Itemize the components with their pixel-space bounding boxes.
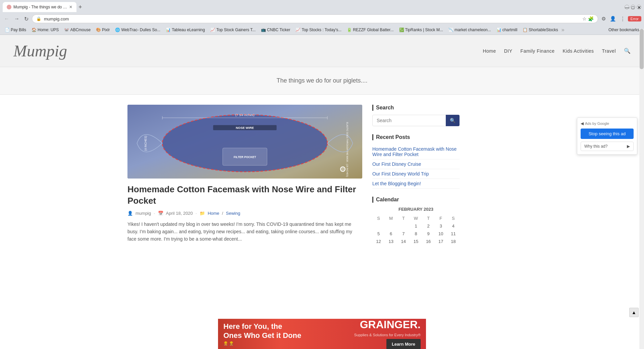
- calendar-row-3: 12 13 14 15 16 17 18: [372, 238, 460, 245]
- cal-day-6[interactable]: 6: [385, 230, 397, 238]
- bookmark-rezzf[interactable]: 🔋 REZZF Global Batter...: [345, 27, 395, 33]
- bookmark-icon: 💹: [399, 28, 404, 32]
- bookmark-icon: 📉: [448, 28, 453, 32]
- browser-tab[interactable]: Mumpig - The things we do for... ✕: [3, 2, 76, 12]
- back-button[interactable]: ←: [3, 14, 11, 23]
- window-restore-button[interactable]: □: [631, 5, 635, 9]
- svg-text:(4 INCHES): (4 INCHES): [144, 136, 147, 151]
- cal-day-9[interactable]: 9: [422, 230, 435, 238]
- main-content: NOSE WIRE (7 3/4 inches) FILTER POCKET E…: [121, 95, 523, 263]
- cal-header-s2: S: [447, 214, 460, 222]
- search-submit-button[interactable]: 🔍: [446, 115, 460, 126]
- search-input-wrapper: 🔍: [372, 115, 460, 126]
- cal-day-4[interactable]: 4: [447, 222, 460, 230]
- cal-day-3[interactable]: 3: [435, 222, 447, 230]
- calendar-widget: Calendar FEBRUARY 2023 S M T W T F S: [372, 197, 460, 245]
- bookmark-webtrac[interactable]: 🌐 WebTrac- Dulles So...: [113, 27, 162, 33]
- forward-button[interactable]: →: [13, 14, 21, 23]
- nav-home[interactable]: Home: [483, 48, 496, 54]
- bookmark-label: Pixlr: [102, 28, 110, 32]
- recent-post-4[interactable]: Let the Blogging Begin!: [372, 179, 460, 189]
- bookmark-label: Home: UPS: [38, 28, 59, 32]
- address-actions: ☆ 🧩: [582, 16, 594, 21]
- more-options-button[interactable]: ⋮: [619, 14, 627, 23]
- new-tab-button[interactable]: +: [76, 4, 84, 11]
- sidebar: Search 🔍 Recent Posts Homemade Cotton Fa…: [372, 105, 460, 253]
- bookmark-star-icon[interactable]: ☆: [582, 16, 587, 21]
- calendar-widget-title: Calendar: [372, 197, 460, 203]
- bookmark-tipranks[interactable]: 💹 TipRanks | Stock M...: [397, 27, 445, 33]
- bookmark-top-stocks[interactable]: 📈 Top Stock Gainers T...: [208, 27, 258, 33]
- profile-button[interactable]: 👤: [608, 14, 618, 23]
- recent-posts-widget: Recent Posts Homemade Cotton Facemask wi…: [372, 134, 460, 189]
- cal-day-14[interactable]: 14: [397, 238, 410, 245]
- bookmark-icon: 🔋: [347, 28, 352, 32]
- bookmark-pixlr[interactable]: 🎨 Pixlr: [94, 27, 112, 33]
- bookmark-market-chameleon[interactable]: 📉 market chameleon...: [446, 27, 493, 33]
- nav-search-button[interactable]: 🔍: [624, 48, 631, 54]
- cal-day-2[interactable]: 2: [422, 222, 435, 230]
- window-close-button[interactable]: ✕: [637, 5, 641, 9]
- recent-post-2[interactable]: Our First Disney Cruise: [372, 159, 460, 169]
- article-area: NOSE WIRE (7 3/4 inches) FILTER POCKET E…: [127, 105, 362, 253]
- cal-day-17[interactable]: 17: [435, 238, 447, 245]
- cal-day-8[interactable]: 8: [410, 230, 422, 238]
- bookmark-icon: 🌐: [115, 28, 120, 32]
- cal-day-16[interactable]: 16: [422, 238, 435, 245]
- cal-day-10[interactable]: 10: [435, 230, 447, 238]
- nav-kids-activities[interactable]: Kids Activities: [563, 48, 594, 54]
- ad-banner-brand: GRAINGER. Supplies & Solutions for Every…: [354, 318, 421, 337]
- cal-day-18[interactable]: 18: [447, 238, 460, 245]
- bookmark-separator: »: [561, 27, 565, 33]
- window-minimize-button[interactable]: —: [625, 5, 629, 9]
- bookmark-pay-bills[interactable]: 📄 Pay Bills: [3, 27, 28, 33]
- bookmark-icon: 🎨: [96, 28, 101, 32]
- svg-text:ELASTIC GOES THROUGH THE MASK : ELASTIC GOES THROUGH THE MASK - (18 INCH…: [346, 122, 348, 177]
- refresh-button[interactable]: ↻: [23, 14, 30, 23]
- bottom-ad-banner: Here for You, the Ones Who Get it Done 👷…: [218, 319, 426, 337]
- nav-travel[interactable]: Travel: [602, 48, 616, 54]
- bookmark-shortable-stocks[interactable]: 📋 ShortableStocks: [521, 27, 560, 33]
- recent-post-3[interactable]: Our First Disney World Trip: [372, 169, 460, 179]
- cal-day-empty-2: [385, 222, 397, 230]
- cal-day-7[interactable]: 7: [397, 230, 410, 238]
- scrollbar-thumb[interactable]: [640, 29, 644, 69]
- cal-day-15[interactable]: 15: [410, 238, 422, 245]
- cal-day-13[interactable]: 13: [385, 238, 397, 245]
- cal-day-12[interactable]: 12: [372, 238, 385, 245]
- bookmark-abcmouse[interactable]: 🐭 ABCmouse: [62, 27, 93, 33]
- cal-day-5[interactable]: 5: [372, 230, 385, 238]
- cal-day-11[interactable]: 11: [447, 230, 460, 238]
- extensions-icon[interactable]: 🧩: [588, 16, 594, 21]
- bookmark-top-stocks2[interactable]: 📈 Top Stocks : Today's...: [293, 27, 343, 33]
- recent-post-1[interactable]: Homemade Cotton Facemask with Nose Wire …: [372, 144, 460, 159]
- post-category1[interactable]: Home: [208, 211, 219, 216]
- site-header: Mumpig Home DIY Family Finance Kids Acti…: [0, 35, 644, 67]
- bookmark-chartmill[interactable]: 📊 chartmill: [494, 27, 520, 33]
- window-controls: — □ ✕: [625, 5, 641, 9]
- other-bookmarks-label: Other bookmarks: [608, 28, 639, 32]
- scrollbar-area: [639, 29, 644, 337]
- ads-stop-button[interactable]: Stop seeing this ad: [581, 129, 634, 139]
- tab-close-icon[interactable]: ✕: [69, 5, 72, 9]
- bookmark-tableau[interactable]: 📊 Tableau eLearning: [164, 27, 207, 33]
- post-category2[interactable]: Sewing: [226, 211, 240, 216]
- post-title[interactable]: Homemade Cotton Facemask with Nose Wire …: [127, 184, 362, 207]
- extensions-button[interactable]: ⚙: [600, 14, 607, 23]
- nav-family-finance[interactable]: Family Finance: [521, 48, 555, 54]
- scroll-up-button[interactable]: ▲: [629, 308, 639, 317]
- ads-why-arrow-icon: ▶: [627, 144, 630, 149]
- site-logo[interactable]: Mumpig: [13, 42, 67, 60]
- address-bar[interactable]: 🔒 mumpig.com ☆ 🧩: [32, 14, 598, 23]
- nav-diy[interactable]: DIY: [504, 48, 513, 54]
- other-bookmarks[interactable]: Other bookmarks: [606, 27, 641, 33]
- calendar-row-2: 5 6 7 8 9 10 11: [372, 230, 460, 238]
- ads-why-button[interactable]: Why this ad? ▶: [581, 142, 634, 151]
- calendar-month-title: FEBRUARY 2023: [372, 207, 460, 212]
- bookmark-home-ups[interactable]: 🏠 Home: UPS: [30, 27, 61, 33]
- cursor-indicator: [340, 166, 345, 172]
- cal-day-1[interactable]: 1: [410, 222, 422, 230]
- post-author[interactable]: mumpig: [136, 211, 151, 216]
- ads-back-button[interactable]: ◀: [581, 121, 584, 126]
- bookmark-cnbc[interactable]: 📺 CNBC Ticker: [259, 27, 292, 33]
